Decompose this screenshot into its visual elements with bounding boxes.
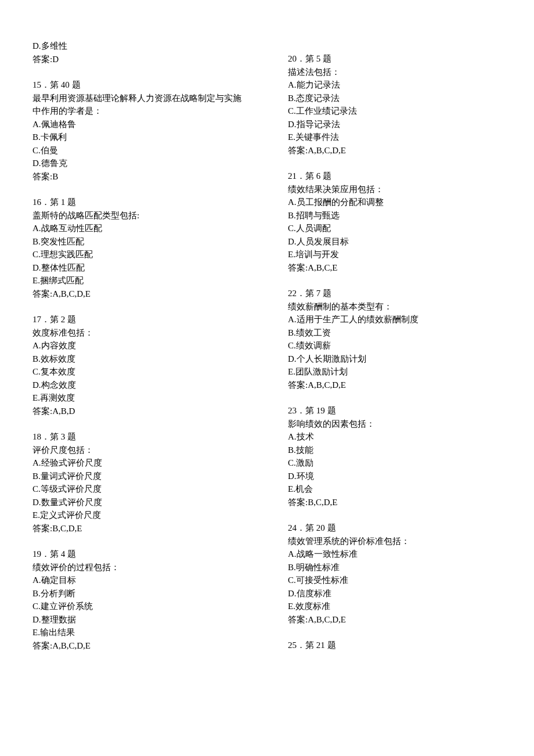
option-text: C.等级式评价尺度	[33, 483, 253, 496]
option-text: C.建立评价系统	[33, 600, 253, 613]
option-text: C.复本效度	[33, 365, 253, 379]
question-heading: 20．第 5 题	[288, 52, 508, 66]
option-text: E.再测效度	[33, 391, 253, 405]
question-stem: 效度标准包括：	[33, 326, 253, 340]
option-text: A.技术	[288, 430, 508, 444]
option-text: A.经验式评价尺度	[33, 456, 253, 470]
option-text: B.效标效度	[33, 352, 253, 366]
option-text: A.适用于生产工人的绩效薪酬制度	[288, 313, 508, 326]
option-text: E.效度标准	[288, 600, 508, 613]
option-text: A.内容效度	[33, 339, 253, 352]
question-stem: 中作用的学者是：	[33, 105, 253, 118]
columns: D.多维性 答案:D 15．第 40 题 最早利用资源基础理论解释人力资源在战略…	[33, 39, 508, 652]
option-text: C.绩效调薪	[288, 339, 508, 352]
option-text: C.激励	[288, 456, 508, 470]
question-stem: 绩效结果决策应用包括：	[288, 183, 508, 196]
option-text: B.招聘与甄选	[288, 209, 508, 222]
question-heading: 21．第 6 题	[288, 170, 508, 183]
option-text: E.定义式评价尺度	[33, 509, 253, 522]
answer-text: 答案:A,B,C,E	[288, 261, 508, 275]
page: D.多维性 答案:D 15．第 40 题 最早利用资源基础理论解释人力资源在战略…	[0, 0, 534, 756]
option-text: D.人员发展目标	[288, 235, 508, 249]
option-text: B.分析判断	[33, 587, 253, 600]
answer-text: 答案:D	[33, 53, 253, 66]
option-text: B.绩效工资	[288, 326, 508, 340]
option-text: D.构念效度	[33, 379, 253, 392]
question-heading: 24．第 20 题	[288, 521, 508, 535]
answer-text: 答案:B,C,D,E	[288, 496, 508, 509]
question-heading: 22．第 7 题	[288, 287, 508, 300]
question-stem: 最早利用资源基础理论解释人力资源在战略制定与实施	[33, 92, 253, 105]
option-text: D.整理数据	[33, 613, 253, 627]
option-text: E.输出结果	[33, 626, 253, 639]
answer-text: 答案:A,B,C,D,E	[288, 144, 508, 157]
answer-text: 答案:A,B,C,D,E	[33, 287, 253, 301]
question-stem: 绩效薪酬制的基本类型有：	[288, 300, 508, 314]
option-text: E.机会	[288, 483, 508, 496]
option-text: D.多维性	[33, 39, 253, 53]
option-text: B.量词式评价尺度	[33, 470, 253, 483]
question-stem: 绩效管理系统的评价标准包括：	[288, 535, 508, 548]
option-text: B.突发性匹配	[33, 235, 253, 249]
option-text: C.理想实践匹配	[33, 248, 253, 261]
question-stem: 描述法包括：	[288, 66, 508, 79]
option-text: D.信度标准	[288, 587, 508, 600]
option-text: E.团队激励计划	[288, 365, 508, 379]
option-text: C.可接受性标准	[288, 574, 508, 587]
option-text: A.战略一致性标准	[288, 548, 508, 561]
answer-text: 答案:A,B,C,D,E	[288, 613, 508, 627]
question-stem: 影响绩效的因素包括：	[288, 417, 508, 431]
option-text: C.工作业绩记录法	[288, 105, 508, 118]
question-heading: 17．第 2 题	[33, 313, 253, 326]
option-text: A.佩迪格鲁	[33, 118, 253, 131]
answer-text: 答案:B,C,D,E	[33, 522, 253, 535]
question-heading: 15．第 40 题	[33, 78, 253, 92]
option-text: B.明确性标准	[288, 561, 508, 574]
option-text: A.确定目标	[33, 574, 253, 587]
answer-text: 答案:A,B,C,D,E	[33, 639, 253, 653]
answer-text: 答案:A,B,C,D,E	[288, 379, 508, 392]
left-column: D.多维性 答案:D 15．第 40 题 最早利用资源基础理论解释人力资源在战略…	[33, 39, 253, 652]
question-stem: 评价尺度包括：	[33, 444, 253, 457]
question-heading: 16．第 1 题	[33, 196, 253, 209]
answer-text: 答案:A,B,D	[33, 405, 253, 418]
option-text: C.人员调配	[288, 222, 508, 235]
question-heading: 19．第 4 题	[33, 548, 253, 561]
option-text: B.技能	[288, 444, 508, 457]
question-heading: 23．第 19 题	[288, 404, 508, 417]
option-text: B.卡佩利	[33, 131, 253, 144]
option-text: D.整体性匹配	[33, 261, 253, 275]
option-text: B.态度记录法	[288, 92, 508, 105]
question-stem: 盖斯特的战略匹配类型包括:	[33, 209, 253, 222]
option-text: A.战略互动性匹配	[33, 222, 253, 235]
option-text: D.数量式评价尺度	[33, 496, 253, 509]
option-text: C.伯曼	[33, 144, 253, 157]
option-text: A.能力记录法	[288, 78, 508, 92]
option-text: E.培训与开发	[288, 248, 508, 261]
option-text: D.德鲁克	[33, 157, 253, 170]
right-column: 20．第 5 题 描述法包括： A.能力记录法 B.态度记录法 C.工作业绩记录…	[288, 39, 508, 652]
option-text: D.指导记录法	[288, 118, 508, 131]
option-text: D.环境	[288, 470, 508, 483]
option-text: E.关键事件法	[288, 131, 508, 144]
option-text: E.捆绑式匹配	[33, 274, 253, 287]
question-stem: 绩效评价的过程包括：	[33, 561, 253, 574]
option-text: D.个人长期激励计划	[288, 352, 508, 366]
question-heading: 25．第 21 题	[288, 639, 508, 652]
option-text: A.员工报酬的分配和调整	[288, 196, 508, 209]
question-heading: 18．第 3 题	[33, 430, 253, 444]
answer-text: 答案:B	[33, 170, 253, 183]
